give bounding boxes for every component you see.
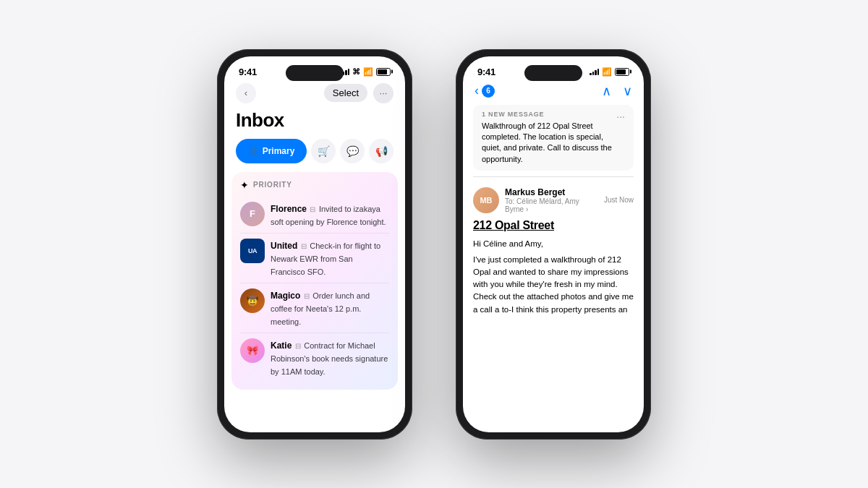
right-signal-icon bbox=[590, 68, 599, 75]
right-phone: 9:41 📶 ‹ 6 bbox=[456, 49, 651, 440]
email-item-florence[interactable]: F Florence ⊟ Invited to izakaya soft ope… bbox=[240, 197, 389, 234]
ai-icon-magico: ⊟ bbox=[304, 292, 310, 300]
email-content-florence: Florence ⊟ Invited to izakaya soft openi… bbox=[271, 202, 389, 228]
left-phone-screen: 9:41 ⌘ 📶 ‹ bbox=[224, 56, 405, 432]
thread-sender-row: MB Markus Berget To: Céline Mélard, Amy … bbox=[473, 187, 634, 213]
sender-united: United bbox=[271, 241, 297, 251]
nav-left-group: ‹ 6 bbox=[475, 83, 495, 98]
divider bbox=[473, 176, 634, 177]
right-wifi-icon: 📶 bbox=[602, 67, 612, 77]
filter-tabs: 👤 Primary 🛒 💬 📢 bbox=[224, 139, 405, 172]
wifi-symbol: 📶 bbox=[363, 67, 373, 77]
battery-icon bbox=[376, 68, 391, 76]
thread-sender-info: Markus Berget To: Céline Mélard, Amy Byr… bbox=[505, 187, 598, 213]
avatar-katie: 🎀 bbox=[240, 338, 265, 363]
thread-time: Just Now bbox=[604, 196, 634, 204]
email-item-united[interactable]: UA United ⊟ Check-in for flight to Newar… bbox=[240, 234, 389, 283]
thread-sender-name: Markus Berget bbox=[505, 187, 598, 197]
sender-katie: Katie bbox=[271, 341, 292, 351]
primary-label: Primary bbox=[263, 146, 295, 156]
nav-up-arrow-button[interactable]: ∧ bbox=[602, 83, 611, 99]
inbox-nav: ‹ Select ··· bbox=[224, 82, 405, 109]
avatar-initials: MB bbox=[480, 196, 492, 205]
scene: 9:41 ⌘ 📶 ‹ bbox=[0, 0, 868, 488]
email-content-united: United ⊟ Check-in for flight to Newark E… bbox=[271, 239, 389, 278]
new-message-label: 1 NEW MESSAGE bbox=[482, 111, 612, 118]
left-status-icons: ⌘ 📶 bbox=[340, 67, 391, 77]
nav-down-arrow-button[interactable]: ∨ bbox=[623, 83, 632, 99]
priority-label: PRIORITY bbox=[253, 181, 292, 189]
avatar-magico: 🤠 bbox=[240, 288, 265, 313]
right-status-icons: 📶 bbox=[590, 67, 629, 77]
nav-arrows: ∧ ∨ bbox=[602, 83, 632, 99]
sender-florence: Florence bbox=[271, 204, 307, 214]
dynamic-island-right bbox=[524, 65, 582, 81]
email-greeting: Hi Céline and Amy, bbox=[473, 238, 634, 249]
tab-primary[interactable]: 👤 Primary bbox=[236, 139, 307, 163]
sender-magico: Magico bbox=[271, 291, 300, 301]
email-nav: ‹ 6 ∧ ∨ bbox=[463, 82, 644, 105]
select-button[interactable]: Select bbox=[324, 84, 367, 102]
email-content-katie: Katie ⊟ Contract for Michael Robinson's … bbox=[271, 338, 389, 377]
email-content-magico: Magico ⊟ Order lunch and coffee for Neet… bbox=[271, 288, 389, 328]
back-chevron-icon: ‹ bbox=[244, 87, 247, 98]
nav-right-group: Select ··· bbox=[324, 83, 393, 103]
banner-content: 1 NEW MESSAGE Walkthrough of 212 Opal St… bbox=[482, 111, 612, 166]
tab-chat[interactable]: 💬 bbox=[340, 139, 365, 163]
shopping-icon: 🛒 bbox=[318, 145, 330, 157]
wifi-icon: ⌘ bbox=[352, 67, 360, 77]
priority-sparkle-icon: ✦ bbox=[240, 179, 249, 191]
email-body: I've just completed a walkthrough of 212… bbox=[473, 254, 634, 316]
primary-icon: 👤 bbox=[248, 146, 259, 156]
badge-count: 6 bbox=[482, 85, 495, 98]
inbox-title: Inbox bbox=[224, 109, 405, 139]
left-phone: 9:41 ⌘ 📶 ‹ bbox=[217, 49, 412, 440]
avatar-united: UA bbox=[240, 239, 265, 263]
right-status-time: 9:41 bbox=[477, 67, 495, 77]
ai-icon-florence: ⊟ bbox=[310, 205, 315, 213]
right-battery-icon bbox=[615, 68, 629, 76]
ai-icon-united: ⊟ bbox=[301, 242, 307, 250]
thread-to-line[interactable]: To: Céline Mélard, Amy Byrne › bbox=[505, 197, 598, 213]
email-subject: 212 Opal Street bbox=[473, 219, 634, 232]
priority-header: ✦ PRIORITY bbox=[240, 179, 389, 191]
email-item-katie[interactable]: 🎀 Katie ⊟ Contract for Michael Robinson'… bbox=[240, 333, 389, 382]
dynamic-island-left bbox=[286, 65, 344, 81]
priority-section: ✦ PRIORITY F Florence ⊟ Invited to izaka… bbox=[231, 172, 398, 390]
right-phone-screen: 9:41 📶 ‹ 6 bbox=[463, 56, 644, 432]
new-message-text: Walkthrough of 212 Opal Street completed… bbox=[482, 121, 612, 166]
promo-icon: 📢 bbox=[375, 145, 388, 157]
banner-more-button[interactable]: ··· bbox=[616, 111, 625, 122]
ai-icon-katie: ⊟ bbox=[295, 342, 301, 350]
left-status-time: 9:41 bbox=[239, 67, 257, 77]
thread-avatar-markus: MB bbox=[473, 187, 499, 213]
new-message-banner: 1 NEW MESSAGE Walkthrough of 212 Opal St… bbox=[473, 105, 634, 171]
more-dots-icon: ··· bbox=[380, 87, 388, 98]
tab-shopping[interactable]: 🛒 bbox=[311, 139, 336, 163]
chat-icon: 💬 bbox=[346, 145, 359, 157]
email-thread: MB Markus Berget To: Céline Mélard, Amy … bbox=[463, 181, 644, 316]
avatar-florence: F bbox=[240, 202, 265, 226]
email-item-magico[interactable]: 🤠 Magico ⊟ Order lunch and coffee for Ne… bbox=[240, 283, 389, 333]
tab-promo[interactable]: 📢 bbox=[369, 139, 393, 163]
back-chevron-button[interactable]: ‹ bbox=[475, 83, 479, 98]
more-button[interactable]: ··· bbox=[373, 83, 393, 103]
back-button[interactable]: ‹ bbox=[236, 83, 256, 103]
